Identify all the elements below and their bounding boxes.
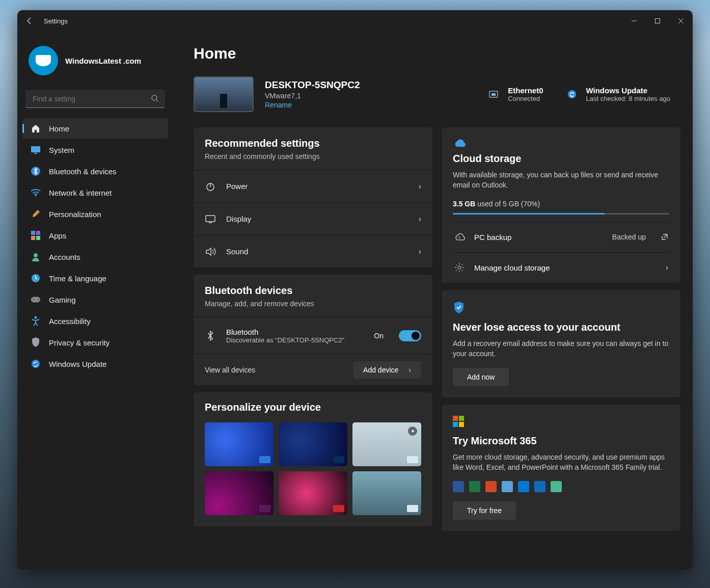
rename-link[interactable]: Rename: [265, 101, 292, 109]
sound-icon: [205, 247, 216, 256]
theme-option[interactable]: [279, 471, 347, 515]
manage-cloud-label: Manage cloud storage: [474, 263, 657, 272]
sidebar-item-home[interactable]: Home: [22, 118, 168, 139]
device-info: DESKTOP-5SNQPC2 VMware7,1 Rename: [265, 79, 475, 110]
network-sub: Connected: [508, 95, 543, 102]
sidebar-item-network-internet[interactable]: Network & internet: [22, 182, 168, 203]
system-icon: [31, 145, 41, 155]
sidebar-item-windows-update[interactable]: Windows Update: [22, 354, 168, 374]
excel-icon: [469, 481, 480, 492]
search-input[interactable]: [25, 90, 165, 108]
svg-rect-9: [36, 236, 40, 240]
recommended-title: Recommended settings: [205, 138, 421, 149]
sidebar-item-accessibility[interactable]: Accessibility: [22, 311, 168, 331]
add-device-label: Add device: [363, 366, 398, 374]
search-box: [25, 90, 165, 108]
recommended-card: Recommended settings Recent and commonly…: [194, 127, 432, 268]
storage-usage: 3.5 GB used of 5 GB (70%): [453, 200, 669, 208]
bt-label: Bluetooth: [226, 328, 364, 336]
maximize-button[interactable]: [646, 12, 669, 30]
chevron-right-icon: ›: [666, 263, 668, 272]
svg-point-14: [38, 299, 39, 300]
theme-option[interactable]: [205, 422, 274, 466]
setting-power[interactable]: Power›: [194, 170, 432, 202]
home-icon: [31, 123, 41, 133]
search-icon[interactable]: [151, 94, 159, 102]
theme-option[interactable]: ✦: [352, 422, 421, 466]
update-status[interactable]: Windows Update Last checked: 8 minutes a…: [565, 86, 671, 102]
sidebar-item-label: Apps: [49, 231, 66, 240]
close-button[interactable]: [669, 12, 693, 30]
sidebar-item-privacy-security[interactable]: Privacy & security: [22, 332, 168, 353]
svg-rect-6: [31, 231, 35, 235]
pc-backup-status: Backed up: [612, 233, 646, 241]
network-title: Ethernet0: [508, 86, 543, 95]
svg-rect-3: [34, 153, 37, 154]
sidebar-item-gaming[interactable]: Gaming: [22, 289, 168, 310]
sidebar-item-personalization[interactable]: Personalization: [22, 204, 168, 224]
personalize-card: Personalize your device ✦: [194, 392, 432, 526]
sidebar: WindowsLatest .com HomeSystemBluetooth &…: [17, 32, 173, 570]
m365-body: Get more cloud storage, advanced securit…: [453, 452, 669, 473]
theme-grid: ✦: [205, 422, 421, 515]
sidebar-item-apps[interactable]: Apps: [22, 225, 168, 246]
defender-icon: [502, 481, 513, 492]
sidebar-item-accounts[interactable]: Accounts: [22, 247, 168, 267]
sidebar-item-time-language[interactable]: Time & language: [22, 268, 168, 288]
bluetooth-toggle[interactable]: [399, 330, 421, 341]
add-device-button[interactable]: Add device ›: [353, 361, 421, 379]
accessibility-icon: [31, 316, 41, 326]
sidebar-item-label: Gaming: [49, 296, 76, 304]
setting-sound[interactable]: Sound›: [194, 235, 432, 268]
theme-option[interactable]: [205, 471, 274, 515]
profile[interactable]: WindowsLatest .com: [22, 41, 168, 86]
sidebar-item-label: Windows Update: [49, 360, 106, 368]
device-thumbnail[interactable]: [194, 76, 254, 112]
sidebar-item-label: Accessibility: [49, 317, 91, 326]
cloud-backup-icon: [454, 232, 465, 242]
cloud-body: With available storage, you can back up …: [453, 170, 669, 191]
family-icon: [551, 481, 562, 492]
manage-cloud-row[interactable]: Manage cloud storage ›: [453, 252, 669, 283]
setting-label: Power: [226, 182, 408, 191]
pc-backup-label: PC backup: [474, 233, 603, 242]
bt-discoverable: Discoverable as "DESKTOP-5SNQPC2": [226, 336, 364, 344]
update-title: Windows Update: [586, 86, 671, 95]
sidebar-item-bluetooth-devices[interactable]: Bluetooth & devices: [22, 161, 168, 181]
titlebar: Settings: [17, 10, 693, 32]
wifi-icon: [31, 188, 41, 198]
add-now-button[interactable]: Add now: [453, 368, 509, 386]
theme-option[interactable]: [279, 422, 347, 466]
spotlight-icon: ✦: [408, 426, 417, 436]
network-status[interactable]: Ethernet0 Connected: [486, 86, 543, 102]
view-all-devices[interactable]: View all devices: [205, 366, 255, 374]
sidebar-item-system[interactable]: System: [22, 140, 168, 160]
bluetooth-title: Bluetooth devices: [205, 285, 421, 297]
svg-point-19: [567, 90, 576, 99]
svg-rect-24: [459, 416, 464, 421]
shield-check-icon: [453, 301, 669, 314]
sidebar-item-label: System: [49, 146, 74, 154]
device-model: VMware7,1: [265, 92, 475, 100]
theme-option[interactable]: [352, 471, 421, 515]
try-free-button[interactable]: Try for free: [453, 501, 516, 520]
svg-rect-21: [206, 216, 215, 222]
sidebar-item-label: Time & language: [49, 274, 106, 283]
m365-app-icons: [453, 481, 669, 492]
apps-icon: [31, 230, 41, 240]
pc-backup-row[interactable]: PC backup Backed up: [453, 222, 669, 252]
bluetooth-icon: [205, 330, 216, 341]
nav: HomeSystemBluetooth & devicesNetwork & i…: [22, 118, 168, 374]
back-button[interactable]: [17, 10, 42, 32]
avatar: [29, 46, 58, 75]
svg-point-22: [458, 266, 461, 269]
chevron-right-icon: ›: [419, 247, 421, 256]
account-icon: [31, 252, 41, 262]
setting-display[interactable]: Display›: [194, 202, 432, 235]
profile-name: WindowsLatest .com: [65, 57, 141, 65]
display-icon: [205, 215, 216, 224]
svg-point-5: [35, 195, 37, 197]
minimize-button[interactable]: [622, 12, 646, 30]
gaming-icon: [31, 295, 41, 305]
svg-rect-0: [656, 19, 660, 23]
